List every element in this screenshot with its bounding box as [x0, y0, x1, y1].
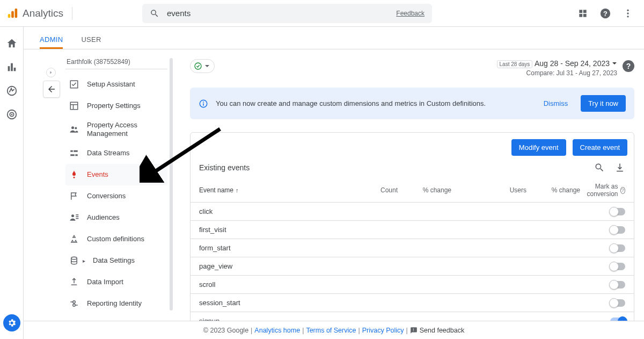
footer-send-feedback[interactable]: Send feedback [410, 327, 464, 334]
info-banner: You can now create and manage custom dim… [190, 88, 634, 119]
admin-gear-button[interactable] [3, 314, 20, 331]
caret-right-icon: ▸ [83, 258, 85, 264]
search-input[interactable] [167, 9, 389, 18]
nav-conversions[interactable]: Conversions [65, 185, 167, 207]
tab-user[interactable]: USER [81, 35, 101, 49]
tab-admin[interactable]: ADMIN [40, 35, 63, 49]
svg-point-41 [203, 102, 204, 103]
table-row[interactable]: session_start [191, 294, 634, 312]
table-row[interactable]: scroll [191, 276, 634, 294]
property-scrollbar[interactable] [170, 58, 173, 311]
svg-point-30 [71, 214, 74, 217]
svg-rect-13 [11, 63, 13, 71]
layout-icon [69, 100, 79, 111]
page-help-icon[interactable]: ? [623, 60, 634, 72]
reports-icon[interactable] [6, 61, 18, 73]
nav-property-settings[interactable]: Property Settings [65, 95, 167, 117]
apps-icon[interactable] [576, 7, 589, 20]
svg-rect-25 [70, 150, 73, 152]
more-icon[interactable] [621, 7, 634, 20]
collapse-indicator-icon[interactable] [46, 68, 56, 77]
footer-tos[interactable]: Terms of Service [306, 327, 356, 334]
svg-rect-14 [13, 68, 16, 71]
svg-rect-20 [70, 102, 78, 110]
database-icon [69, 255, 79, 266]
cell-event-name: click [199, 207, 333, 215]
nav-data-import[interactable]: Data Import [65, 271, 167, 293]
nav-audiences[interactable]: Audiences [65, 207, 167, 228]
back-button[interactable] [43, 81, 60, 98]
help-icon[interactable]: ? [599, 7, 612, 20]
conversion-toggle[interactable] [610, 226, 625, 234]
download-icon[interactable] [614, 162, 625, 173]
nav-events[interactable]: Events [65, 164, 167, 185]
svg-text:?: ? [603, 9, 608, 17]
conversion-toggle[interactable] [610, 244, 625, 252]
identity-icon [69, 298, 79, 309]
col-users[interactable]: Users [451, 186, 526, 194]
home-icon[interactable] [6, 38, 18, 49]
nav-custom-definitions[interactable]: Custom definitions [65, 228, 167, 250]
conversion-toggle[interactable] [610, 208, 625, 215]
table-body: clickfirst_visitform_startpage_viewscrol… [191, 203, 634, 330]
modify-event-button[interactable]: Modify event [511, 139, 566, 156]
cell-event-name: first_visit [199, 226, 333, 234]
main-content: Last 28 days Aug 28 - Sep 24, 2023 Compa… [190, 49, 644, 339]
property-header[interactable]: Earthfolk (387552849) [65, 58, 167, 69]
streams-icon [69, 148, 79, 158]
col-pct-change-1[interactable]: % change [398, 186, 451, 194]
chevron-down-icon [612, 61, 617, 66]
nav-setup-assistant[interactable]: Setup Assistant [65, 74, 167, 95]
col-event-name[interactable]: Event name ↑ [199, 186, 333, 194]
topbar-actions: ? [576, 7, 638, 20]
svg-point-35 [73, 301, 76, 304]
footer-privacy[interactable]: Privacy Policy [362, 327, 404, 334]
svg-point-23 [71, 126, 74, 129]
nav-data-streams[interactable]: Data Streams [65, 142, 167, 164]
svg-point-24 [75, 127, 77, 129]
date-range-picker[interactable]: Aug 28 - Sep 24, 2023 [535, 59, 617, 68]
nav-data-settings[interactable]: ▸ Data Settings [65, 250, 167, 271]
svg-rect-12 [8, 66, 10, 71]
mark-help-icon[interactable]: ? [620, 187, 625, 194]
sort-arrow-up-icon: ↑ [236, 187, 239, 193]
footer-copyright: © 2023 Google [203, 327, 248, 334]
svg-rect-6 [583, 13, 587, 17]
cell-event-name: scroll [199, 280, 333, 288]
cell-event-name: session_start [199, 299, 333, 307]
product-logo[interactable]: Analytics [4, 7, 72, 20]
card-title: Existing events [199, 163, 250, 172]
svg-point-36 [73, 304, 76, 307]
events-icon [69, 169, 79, 180]
section-tabs: ADMIN USER [24, 27, 644, 49]
table-row[interactable]: form_start [191, 239, 634, 257]
conversion-toggle[interactable] [610, 281, 625, 288]
advertising-icon[interactable] [6, 109, 18, 120]
svg-point-29 [74, 177, 75, 178]
banner-cta-button[interactable]: Try it now [581, 95, 626, 112]
conversion-toggle[interactable] [610, 299, 625, 307]
status-check-icon [194, 62, 202, 70]
left-rail [0, 27, 24, 339]
explore-icon[interactable] [6, 85, 18, 97]
table-row[interactable]: page_view [191, 257, 634, 276]
svg-point-39 [195, 63, 201, 69]
svg-rect-1 [11, 11, 14, 18]
table-row[interactable]: first_visit [191, 221, 634, 239]
footer-analytics-home[interactable]: Analytics home [254, 327, 300, 334]
status-pill[interactable] [190, 59, 215, 73]
search-feedback-link[interactable]: Feedback [396, 10, 425, 17]
events-card: Modify event Create event Existing event… [190, 132, 634, 331]
create-event-button[interactable]: Create event [573, 139, 627, 156]
nav-reporting-identity[interactable]: Reporting Identity [65, 293, 167, 314]
nav-property-access[interactable]: Property Access Management [65, 117, 167, 142]
table-search-icon[interactable] [594, 162, 605, 173]
search-box[interactable]: Feedback [142, 4, 432, 23]
conversion-toggle[interactable] [610, 263, 625, 270]
banner-dismiss[interactable]: Dismiss [544, 99, 568, 107]
table-row[interactable]: click [191, 203, 634, 221]
col-pct-change-2[interactable]: % change [526, 186, 580, 194]
col-count[interactable]: Count [333, 186, 398, 194]
search-icon [150, 9, 159, 18]
svg-rect-5 [579, 13, 582, 17]
